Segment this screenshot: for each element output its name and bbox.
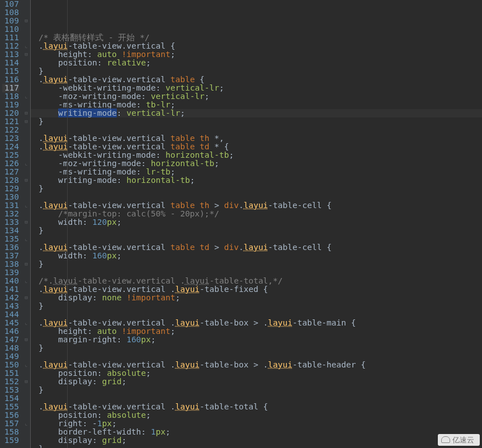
code-line[interactable] [31, 235, 482, 243]
code-line[interactable]: position: absolute; [31, 411, 482, 419]
line-number[interactable]: 108 [2, 8, 19, 17]
code-line[interactable]: display: grid; [31, 436, 482, 445]
fold-close-icon[interactable]: ⌞ [22, 159, 30, 168]
code-line[interactable]: right: -1px; [31, 419, 482, 428]
code-line[interactable] [31, 126, 482, 134]
line-number[interactable]: 123 [2, 134, 19, 143]
line-number[interactable]: 127 [2, 168, 19, 176]
fold-open-icon[interactable]: ⊟ [22, 294, 30, 302]
code-line[interactable]: height: auto !important; [31, 327, 482, 336]
code-line[interactable]: } [31, 386, 482, 394]
code-line[interactable]: } [31, 67, 482, 76]
code-line[interactable]: border-left-width: 1px; [31, 428, 482, 436]
code-line[interactable]: } [31, 445, 482, 448]
code-line[interactable]: writing-mode: horizontal-tb; [31, 176, 482, 185]
code-line[interactable] [31, 394, 482, 403]
fold-gutter[interactable]: ⊟⌞⊟⌞⊟⊟⌞⊟⌞⊟⌞⊟⌞⊟⌞⊟⌞⊟⌞ [22, 0, 31, 448]
fold-close-icon[interactable]: ⌞ [22, 92, 30, 101]
code-line[interactable]: .layui-table-view.vertical table td > di… [31, 243, 482, 252]
code-line[interactable]: } [31, 260, 482, 268]
line-number[interactable]: 158 [2, 428, 19, 436]
code-line[interactable]: } [31, 302, 482, 310]
line-number[interactable]: 136 [2, 243, 19, 252]
line-number[interactable]: 126 [2, 159, 19, 168]
code-line[interactable]: -moz-writing-mode: horizontal-tb; [31, 159, 482, 168]
code-line[interactable] [31, 25, 482, 34]
line-number[interactable]: 133 [2, 218, 19, 227]
fold-close-icon[interactable]: ⌞ [22, 235, 30, 243]
code-line[interactable]: .layui-table-view.vertical .layui-table-… [31, 319, 482, 327]
line-number[interactable]: 140 [2, 277, 19, 285]
line-number[interactable]: 145 [2, 319, 19, 327]
code-line[interactable] [31, 310, 482, 319]
line-number[interactable]: 116 [2, 76, 19, 84]
fold-open-icon[interactable]: ⊟ [22, 50, 30, 59]
line-number[interactable]: 149 [2, 352, 19, 361]
fold-close-icon[interactable]: ⌞ [22, 319, 30, 327]
line-number[interactable]: 135 [2, 235, 19, 243]
line-number[interactable]: 129 [2, 185, 19, 193]
fold-open-icon[interactable]: ⊟ [22, 378, 30, 386]
line-number[interactable]: 112 [2, 42, 19, 50]
code-line[interactable]: /*.layui-table-view.vertical .layui-tabl… [31, 277, 482, 285]
code-line[interactable]: -moz-writing-mode: vertical-lr; [31, 92, 482, 101]
code-line[interactable]: writing-mode: vertical-lr; [31, 109, 482, 117]
line-number[interactable]: 138 [2, 260, 19, 268]
fold-open-icon[interactable]: ⊟ [22, 218, 30, 227]
line-number[interactable]: 151 [2, 369, 19, 378]
code-line[interactable]: } [31, 227, 482, 235]
line-number[interactable]: 120 [2, 109, 19, 117]
line-number[interactable]: 119 [2, 101, 19, 109]
fold-open-icon[interactable]: ⊟ [22, 176, 30, 185]
fold-close-icon[interactable]: ⌞ [22, 42, 30, 50]
code-line[interactable]: /* 表格翻转样式 - 开始 */ [31, 34, 482, 42]
code-line[interactable]: display: none !important; [31, 294, 482, 302]
code-line[interactable]: .layui-table-view.vertical .layui-table-… [31, 285, 482, 294]
line-number[interactable]: 148 [2, 344, 19, 352]
fold-open-icon[interactable]: ⊟ [22, 260, 30, 268]
line-number[interactable]: 125 [2, 151, 19, 159]
code-line[interactable]: margin-right: 160px; [31, 336, 482, 344]
line-number[interactable]: 137 [2, 252, 19, 260]
line-number[interactable]: 121 [2, 117, 19, 126]
code-line[interactable]: -ms-writing-mode: lr-tb; [31, 168, 482, 176]
code-line[interactable]: height: auto !important; [31, 50, 482, 59]
line-number[interactable]: 155 [2, 403, 19, 411]
fold-close-icon[interactable]: ⌞ [22, 201, 30, 210]
line-number[interactable]: 122 [2, 126, 19, 134]
code-line[interactable]: display: grid; [31, 378, 482, 386]
code-line[interactable]: -ms-writing-mode: tb-lr; [31, 101, 482, 109]
line-number[interactable]: 113 [2, 50, 19, 59]
line-number[interactable]: 109 [2, 17, 19, 25]
line-number[interactable]: 139 [2, 268, 19, 277]
line-number[interactable]: 128 [2, 176, 19, 185]
code-line[interactable]: } [31, 117, 482, 126]
code-line[interactable] [31, 193, 482, 201]
line-number[interactable]: 144 [2, 310, 19, 319]
code-line[interactable]: /*margin-top: calc(50% - 20px);*/ [31, 210, 482, 218]
code-line[interactable]: .layui-table-view.vertical .layui-table-… [31, 361, 482, 369]
line-number[interactable]: 159 [2, 436, 19, 445]
line-number[interactable]: 110 [2, 25, 19, 34]
line-number[interactable]: 117 [2, 84, 19, 92]
code-line[interactable]: .layui-table-view.vertical table td * { [31, 143, 482, 151]
line-number[interactable]: 134 [2, 227, 19, 235]
code-line[interactable]: .layui-table-view.vertical .layui-table-… [31, 403, 482, 411]
line-number[interactable]: 132 [2, 210, 19, 218]
line-number[interactable]: 147 [2, 336, 19, 344]
code-line[interactable]: width: 160px; [31, 252, 482, 260]
fold-open-icon[interactable]: ⊟ [22, 336, 30, 344]
code-line[interactable] [31, 268, 482, 277]
code-line[interactable]: position: absolute; [31, 369, 482, 378]
line-number[interactable]: 141 [2, 285, 19, 294]
line-number[interactable]: 131 [2, 201, 19, 210]
line-number[interactable]: 150 [2, 361, 19, 369]
line-number[interactable]: 142 [2, 294, 19, 302]
code-line[interactable]: -webkit-writing-mode: vertical-lr; [31, 84, 482, 92]
code-line[interactable]: .layui-table-view.vertical { [31, 42, 482, 50]
code-editor[interactable]: 1071081091101111121131141151161171181191… [0, 0, 482, 448]
fold-open-icon[interactable]: ⊟ [22, 109, 30, 117]
code-line[interactable]: .layui-table-view.vertical table { [31, 76, 482, 84]
line-number[interactable]: 157 [2, 419, 19, 428]
fold-open-icon[interactable]: ⊟ [22, 117, 30, 126]
